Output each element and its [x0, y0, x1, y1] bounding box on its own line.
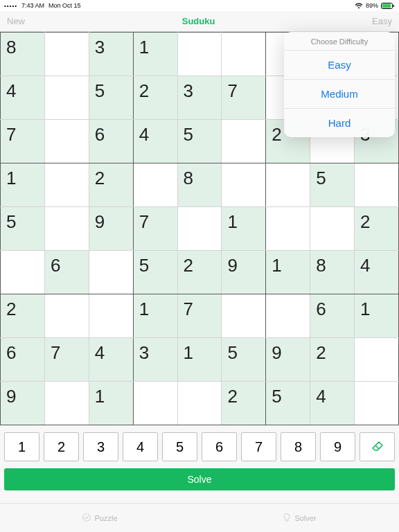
cell-r3-c8[interactable] — [355, 163, 399, 207]
cell-r1-c0[interactable]: 4 — [1, 76, 45, 120]
cell-r5-c0[interactable] — [1, 251, 45, 294]
difficulty-easy[interactable]: Easy — [284, 50, 395, 79]
cell-r4-c5[interactable]: 1 — [222, 207, 266, 251]
cell-r8-c1[interactable] — [44, 382, 89, 425]
numpad-8[interactable]: 8 — [281, 432, 316, 461]
cell-r0-c4[interactable] — [177, 33, 222, 76]
cell-r7-c5[interactable]: 5 — [222, 338, 266, 382]
cell-r3-c4[interactable]: 8 — [177, 163, 222, 207]
cell-r3-c6[interactable] — [266, 163, 310, 207]
cell-r0-c3[interactable]: 1 — [133, 33, 177, 76]
cell-r7-c1[interactable]: 7 — [44, 338, 89, 382]
cell-r5-c8[interactable]: 4 — [355, 251, 399, 294]
cell-r2-c5[interactable] — [222, 120, 266, 163]
cell-r5-c3[interactable]: 5 — [133, 251, 177, 294]
numpad-5[interactable]: 5 — [162, 432, 197, 461]
cell-r2-c3[interactable]: 4 — [133, 120, 177, 163]
cell-r0-c5[interactable] — [222, 33, 266, 76]
cell-r5-c7[interactable]: 8 — [310, 251, 355, 294]
cell-r1-c5[interactable]: 7 — [222, 76, 266, 120]
tab-solver[interactable]: Solver — [200, 504, 399, 532]
cell-r4-c2[interactable]: 9 — [89, 207, 133, 251]
cell-r2-c2[interactable]: 6 — [89, 120, 133, 163]
cell-r4-c1[interactable] — [44, 207, 89, 251]
cell-r3-c2[interactable]: 2 — [89, 163, 133, 207]
numpad-7[interactable]: 7 — [241, 432, 276, 461]
cell-r0-c2[interactable]: 3 — [89, 33, 133, 76]
cell-r4-c8[interactable]: 2 — [355, 207, 399, 251]
cell-r6-c2[interactable] — [89, 294, 133, 338]
cell-r7-c3[interactable]: 3 — [133, 338, 177, 382]
cell-r6-c1[interactable] — [44, 294, 89, 338]
svg-rect-1 — [382, 3, 391, 8]
cell-r7-c8[interactable] — [355, 338, 399, 382]
cell-r3-c3[interactable] — [133, 163, 177, 207]
cell-r4-c4[interactable] — [177, 207, 222, 251]
tab-puzzle[interactable]: Puzzle — [0, 504, 200, 532]
numpad-2[interactable]: 2 — [44, 432, 79, 461]
cell-r5-c4[interactable]: 2 — [177, 251, 222, 294]
cell-r1-c4[interactable]: 3 — [177, 76, 222, 120]
numpad-6[interactable]: 6 — [202, 432, 237, 461]
nav-bar: New Suduku Easy — [0, 11, 399, 32]
eraser-button[interactable] — [360, 432, 395, 461]
cell-r8-c2[interactable]: 1 — [89, 382, 133, 425]
new-button[interactable]: New — [7, 16, 25, 26]
cell-r7-c0[interactable]: 6 — [1, 338, 45, 382]
cell-r8-c8[interactable] — [355, 382, 399, 425]
status-bar: ••••• 7:43 AM Mon Oct 15 89% — [0, 0, 399, 11]
cell-r3-c5[interactable] — [222, 163, 266, 207]
cell-r8-c5[interactable]: 2 — [222, 382, 266, 425]
cell-r4-c7[interactable] — [310, 207, 355, 251]
cell-r8-c3[interactable] — [133, 382, 177, 425]
cell-r2-c4[interactable]: 5 — [177, 120, 222, 163]
cell-r6-c3[interactable]: 1 — [133, 294, 177, 338]
numpad-1[interactable]: 1 — [4, 432, 39, 461]
cell-r2-c1[interactable] — [44, 120, 89, 163]
cell-r6-c4[interactable]: 7 — [177, 294, 222, 338]
cell-r0-c0[interactable]: 8 — [1, 33, 45, 76]
cell-r4-c0[interactable]: 5 — [1, 207, 45, 251]
status-date: Mon Oct 15 — [48, 2, 81, 9]
difficulty-button[interactable]: Easy — [372, 16, 392, 26]
cell-r8-c0[interactable]: 9 — [1, 382, 45, 425]
difficulty-hard[interactable]: Hard — [284, 108, 395, 137]
cell-r4-c6[interactable] — [266, 207, 310, 251]
cell-r6-c0[interactable]: 2 — [1, 294, 45, 338]
cell-r4-c3[interactable]: 7 — [133, 207, 177, 251]
cell-r8-c4[interactable] — [177, 382, 222, 425]
cell-r5-c6[interactable]: 1 — [266, 251, 310, 294]
bulb-icon — [282, 513, 292, 524]
cell-r6-c7[interactable]: 6 — [310, 294, 355, 338]
number-pad: 123456789 — [0, 425, 399, 466]
cell-r7-c4[interactable]: 1 — [177, 338, 222, 382]
cell-r8-c6[interactable]: 5 — [266, 382, 310, 425]
cell-r6-c6[interactable] — [266, 294, 310, 338]
cell-r8-c7[interactable]: 4 — [310, 382, 355, 425]
cell-r5-c2[interactable] — [89, 251, 133, 294]
cell-r3-c1[interactable] — [44, 163, 89, 207]
cell-r5-c1[interactable]: 6 — [44, 251, 89, 294]
signal-icon: ••••• — [4, 3, 17, 9]
cell-r5-c5[interactable]: 9 — [222, 251, 266, 294]
cell-r7-c7[interactable]: 2 — [310, 338, 355, 382]
numpad-9[interactable]: 9 — [320, 432, 355, 461]
status-time: 7:43 AM — [21, 2, 44, 9]
solve-button[interactable]: Solve — [4, 468, 395, 490]
cell-r2-c0[interactable]: 7 — [1, 120, 45, 163]
cell-r1-c2[interactable]: 5 — [89, 76, 133, 120]
numpad-4[interactable]: 4 — [123, 432, 158, 461]
cell-r1-c1[interactable] — [44, 76, 89, 120]
cell-r7-c2[interactable]: 4 — [89, 338, 133, 382]
cell-r7-c6[interactable]: 9 — [266, 338, 310, 382]
cell-r0-c1[interactable] — [44, 33, 89, 76]
tab-solver-label: Solver — [294, 514, 316, 522]
difficulty-medium[interactable]: Medium — [284, 79, 395, 108]
cell-r3-c0[interactable]: 1 — [1, 163, 45, 207]
cell-r6-c8[interactable]: 1 — [355, 294, 399, 338]
numpad-3[interactable]: 3 — [83, 432, 118, 461]
cell-r3-c7[interactable]: 5 — [310, 163, 355, 207]
cell-r1-c3[interactable]: 2 — [133, 76, 177, 120]
cell-r6-c5[interactable] — [222, 294, 266, 338]
svg-rect-2 — [393, 5, 395, 7]
